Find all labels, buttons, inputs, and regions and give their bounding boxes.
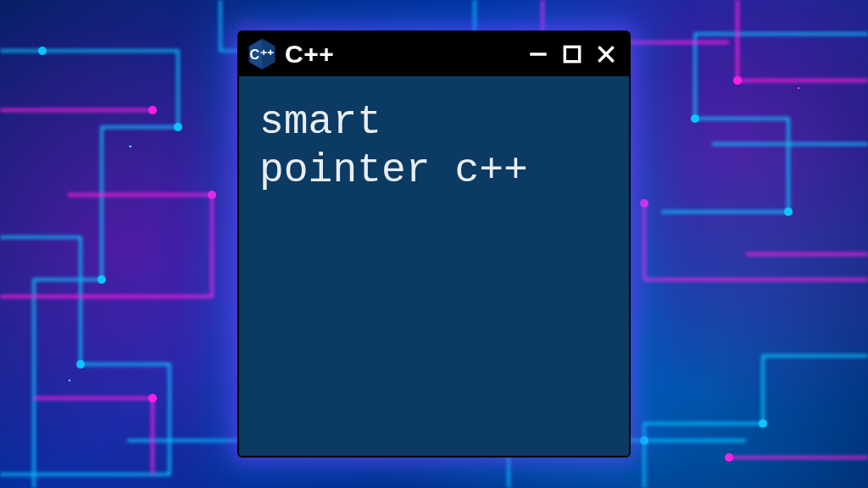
minimize-icon: [527, 43, 549, 65]
svg-rect-18: [565, 47, 579, 61]
svg-point-12: [725, 453, 733, 462]
maximize-button[interactable]: [561, 43, 583, 65]
cpp-logo-icon: C⁺⁺: [248, 38, 276, 70]
svg-point-9: [208, 191, 216, 199]
svg-point-2: [97, 275, 106, 284]
svg-point-3: [76, 360, 85, 369]
svg-point-13: [148, 394, 157, 402]
svg-point-10: [733, 76, 742, 85]
svg-point-5: [784, 208, 793, 216]
body-line-1: smart: [259, 99, 381, 145]
close-icon: [595, 43, 617, 65]
svg-point-8: [148, 106, 157, 114]
titlebar[interactable]: C⁺⁺ C++: [239, 32, 629, 76]
svg-point-0: [38, 47, 47, 55]
close-button[interactable]: [595, 43, 617, 65]
svg-point-1: [174, 123, 182, 131]
svg-point-7: [640, 436, 648, 445]
app-window: C⁺⁺ C++ smart pointer c++: [239, 32, 629, 456]
svg-point-6: [759, 419, 767, 428]
minimize-button[interactable]: [527, 43, 549, 65]
body-line-2: pointer c++: [259, 147, 528, 193]
window-title: C++: [285, 40, 519, 69]
maximize-icon: [561, 43, 583, 65]
window-controls: [527, 43, 617, 65]
window-body: smart pointer c++: [239, 76, 629, 456]
svg-text:C⁺⁺: C⁺⁺: [249, 47, 274, 63]
svg-point-4: [691, 114, 699, 123]
svg-point-11: [640, 199, 648, 208]
